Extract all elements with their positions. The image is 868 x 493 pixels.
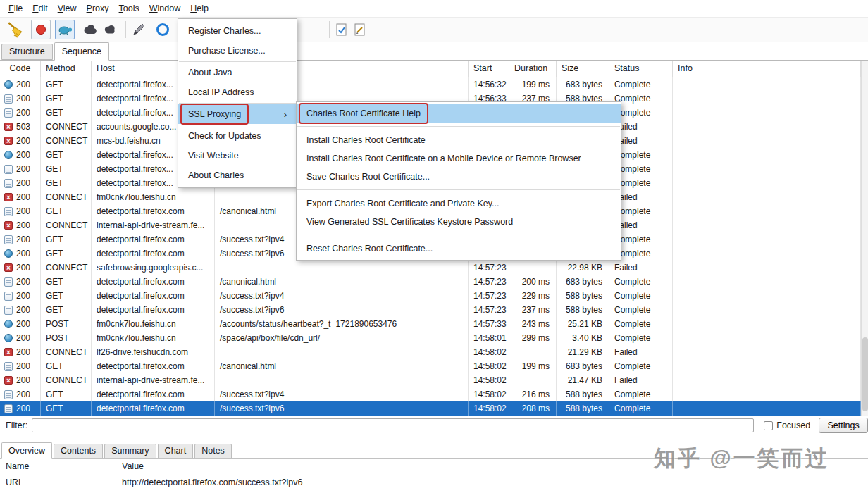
filter-input[interactable] xyxy=(32,418,754,432)
table-row[interactable]: 200 GET detectportal.firefox.com /succes… xyxy=(0,401,861,416)
menu-item-check-for-updates[interactable]: Check for Updates xyxy=(178,126,297,146)
menu-item-label: Register Charles... xyxy=(188,26,261,36)
cell-start: 14:58:02 xyxy=(469,401,509,416)
cell-info xyxy=(673,120,861,134)
tab-notes[interactable]: Notes xyxy=(194,444,232,458)
cloud-tool-button[interactable] xyxy=(101,23,118,37)
cell-size: 683 bytes xyxy=(557,77,609,92)
compose-button[interactable] xyxy=(130,22,147,37)
detail-row[interactable]: URLhttp://detectportal.firefox.com/succe… xyxy=(0,475,868,492)
cell-method: GET xyxy=(41,148,92,162)
detail-row-value: http://detectportal.firefox.com/success.… xyxy=(116,475,868,492)
column-header-code[interactable]: Code xyxy=(0,61,41,77)
cell-host: detectportal.firefox.com xyxy=(92,303,215,317)
cell-duration: 237 ms xyxy=(509,303,557,317)
menu-item-about-java[interactable]: About Java xyxy=(178,63,297,82)
menu-item-about-charles[interactable]: About Charles xyxy=(178,166,297,185)
menu-item-reset-root-cert[interactable]: Reset Charles Root Certificate... xyxy=(297,239,621,258)
column-header-method[interactable]: Method xyxy=(41,61,92,77)
request-status-icon xyxy=(4,94,13,104)
tab-structure[interactable]: Structure xyxy=(1,44,53,60)
cell-path: /canonical.html xyxy=(215,275,469,289)
table-row[interactable]: 200 CONNECT internal-api-drive-stream.fe… xyxy=(0,373,861,387)
edit-document-button[interactable] xyxy=(354,23,366,37)
tab-chart[interactable]: Chart xyxy=(158,444,194,458)
menu-item-local-ip-address[interactable]: Local IP Address xyxy=(178,82,297,102)
settings-button[interactable]: Settings xyxy=(819,418,868,433)
focused-checkbox[interactable] xyxy=(764,421,773,430)
cell-info xyxy=(673,289,861,303)
menu-item-purchase-license[interactable]: Purchase License... xyxy=(178,41,297,61)
cell-info xyxy=(673,317,861,331)
table-row[interactable]: 200 GET detectportal.firefox.com /succes… xyxy=(0,387,861,401)
menubar-item-help[interactable]: Help xyxy=(185,1,213,15)
tab-sequence[interactable]: Sequence xyxy=(54,42,109,61)
request-status-icon xyxy=(4,108,13,118)
menu-item-root-cert-help[interactable]: Charles Root Certificate Help xyxy=(297,104,621,123)
menubar-item-proxy[interactable]: Proxy xyxy=(82,1,114,15)
tab-contents[interactable]: Contents xyxy=(54,444,103,458)
record-button[interactable] xyxy=(31,20,51,39)
menubar-item-tools[interactable]: Tools xyxy=(114,1,144,15)
table-row[interactable]: 200 GET detectportal.firefox.com /succes… xyxy=(0,303,861,317)
menu-item-install-root-cert-mobile[interactable]: Install Charles Root Certificate on a Mo… xyxy=(297,149,621,168)
table-row[interactable]: 200 GET detectportal.firefox.com /canoni… xyxy=(0,275,861,289)
menu-item-view-keystore-password[interactable]: View Generated SSL Certificates Keystore… xyxy=(297,213,621,231)
cell-status: Complete xyxy=(609,387,673,401)
tab-summary[interactable]: Summary xyxy=(104,444,156,458)
cell-method: GET xyxy=(41,303,92,317)
table-row[interactable]: 200 CONNECT safebrowsing.googleapis.c...… xyxy=(0,261,861,275)
menu-item-ssl-proxying[interactable]: SSL Proxying› xyxy=(178,104,297,124)
cell-info xyxy=(673,345,861,359)
cell-info xyxy=(673,387,861,401)
column-header-size[interactable]: Size xyxy=(557,61,609,77)
menu-item-install-root-cert[interactable]: Install Charles Root Certificate xyxy=(297,131,621,149)
vertical-scrollbar[interactable] xyxy=(861,61,868,416)
table-row[interactable]: 200 GET detectportal.firefox.com /succes… xyxy=(0,289,861,303)
menu-item-register-charles[interactable]: Register Charles... xyxy=(178,21,297,41)
cell-code: 200 xyxy=(0,148,41,162)
request-status-icon xyxy=(4,348,13,356)
cell-size: 683 bytes xyxy=(557,275,609,289)
table-row[interactable]: 200 GET detectportal.firefox... 14:56:32… xyxy=(0,77,861,92)
menubar-item-file[interactable]: File xyxy=(4,1,27,15)
request-status-icon xyxy=(4,249,13,258)
cell-method: POST xyxy=(41,331,92,345)
cell-code: 200 xyxy=(0,190,41,204)
column-header-info[interactable]: Info xyxy=(673,61,861,77)
cell-info xyxy=(673,162,861,176)
cell-host: detectportal.firefox.com xyxy=(92,401,215,416)
table-row[interactable]: 200 POST fm0cnk7lou.feishu.cn /accounts/… xyxy=(0,317,861,331)
menu-item-save-root-cert[interactable]: Save Charles Root Certificate... xyxy=(297,168,621,186)
cloud-icon xyxy=(101,23,118,37)
column-header-status[interactable]: Status xyxy=(609,61,673,77)
menubar-item-window[interactable]: Window xyxy=(144,1,185,15)
menubar-item-view[interactable]: View xyxy=(53,1,82,15)
cell-method: GET xyxy=(41,176,92,190)
menu-item-visit-website[interactable]: Visit Website xyxy=(178,146,297,166)
cell-duration xyxy=(509,261,557,275)
table-row[interactable]: 200 GET detectportal.firefox.com /canoni… xyxy=(0,359,861,373)
clear-session-button[interactable] xyxy=(6,20,25,39)
cell-status: Failed xyxy=(609,261,673,275)
column-header-duration[interactable]: Duration xyxy=(509,61,557,77)
cell-code: 200 xyxy=(0,162,41,176)
validate-button[interactable] xyxy=(335,23,348,37)
cell-status: Complete xyxy=(609,275,673,289)
cell-host: fm0cnk7lou.feishu.cn xyxy=(92,317,215,331)
menu-item-label: SSL Proxying xyxy=(180,104,249,125)
menubar-item-edit[interactable]: Edit xyxy=(27,1,53,15)
throttle-button[interactable] xyxy=(55,20,75,39)
table-row[interactable]: 200 CONNECT lf26-drive.feishucdn.com 14:… xyxy=(0,345,861,359)
tab-overview[interactable]: Overview xyxy=(1,442,52,459)
watermark: 知乎 @一笑而过 xyxy=(654,444,829,473)
scrollbar-thumb[interactable] xyxy=(862,337,868,411)
column-header-start[interactable]: Start xyxy=(469,61,509,77)
menu-item-label: Local IP Address xyxy=(188,87,254,97)
repeat-button[interactable] xyxy=(156,23,170,37)
menu-item-export-root-cert[interactable]: Export Charles Root Certificate and Priv… xyxy=(297,194,621,213)
cell-status: Complete xyxy=(609,331,673,345)
breakpoints-button[interactable] xyxy=(82,23,99,37)
table-row[interactable]: 200 POST fm0cnk7lou.feishu.cn /space/api… xyxy=(0,331,861,345)
cell-method: GET xyxy=(41,92,92,106)
